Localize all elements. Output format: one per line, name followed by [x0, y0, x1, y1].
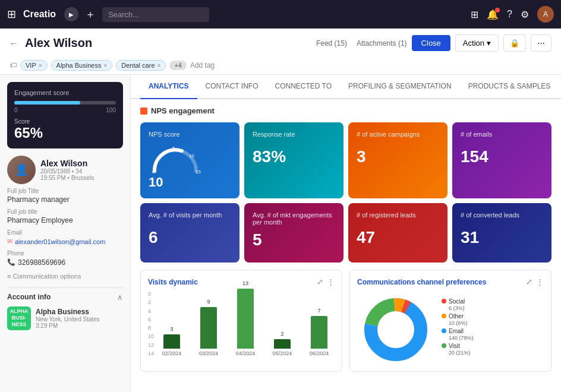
- metric-value: 3: [357, 147, 439, 166]
- engagement-max: 100: [106, 107, 116, 113]
- phone-icon: 📞: [7, 258, 15, 266]
- metric-converted-leads: # of converted leads 31: [452, 203, 551, 263]
- account-time: 3:29 PM: [36, 323, 100, 329]
- legend-item-social: Social: [442, 298, 474, 305]
- user-avatar[interactable]: A: [537, 6, 554, 23]
- metric-value: 154: [461, 147, 543, 166]
- svg-text:15: 15: [196, 169, 201, 175]
- metric-mkt-engagements: Avg. # of mkt engagements per month 5: [244, 203, 343, 263]
- app-logo: Creatio: [23, 9, 56, 20]
- engagement-title: Engagement score: [14, 89, 116, 96]
- section-header: NPS engagement: [140, 106, 551, 115]
- job-title-value: Pharmacy manager: [7, 195, 123, 204]
- topnav: ⊞ Creatio ▶ ＋ ⊞ 🔔 ? ⚙ A: [0, 0, 561, 29]
- visits-chart: Visits dynamic ⤢ ⋮ 14 12 1: [140, 270, 342, 372]
- tag-alpha[interactable]: Alpha Business ×: [51, 60, 113, 71]
- help-icon[interactable]: ?: [507, 9, 512, 20]
- tag-icon: 🏷: [10, 61, 17, 69]
- add-tag-button[interactable]: Add tag: [190, 61, 215, 69]
- tag-dental[interactable]: Dental care ×: [116, 60, 166, 71]
- job-title-field: Full job Title Pharmacy manager: [7, 188, 123, 204]
- comm-options[interactable]: ≡ Communication options: [7, 273, 81, 280]
- back-button[interactable]: ←: [10, 39, 18, 48]
- tag-vip[interactable]: VIP ×: [20, 60, 48, 71]
- page-header: ← Alex Wilson Feed (15) Attachments (1) …: [0, 29, 561, 75]
- grid-icon[interactable]: ⊞: [7, 8, 16, 21]
- score-label: Score: [14, 118, 116, 125]
- svg-text:5: 5: [172, 146, 175, 151]
- profile-avatar: 👤: [7, 156, 36, 184]
- tab-engagement[interactable]: ENGAGEMENT: [559, 75, 561, 99]
- bar-group: 3 02/2024: [156, 334, 187, 356]
- bar-label: 02/2024: [162, 350, 182, 356]
- action-button[interactable]: Action ▾: [455, 34, 499, 52]
- account-toggle[interactable]: ∧: [117, 293, 123, 302]
- metrics-grid: NPS score 0 5 10 15: [140, 122, 551, 263]
- apps-icon[interactable]: ⊞: [471, 9, 478, 20]
- metric-label: Avg. # of visits per month: [149, 211, 231, 219]
- svg-text:0: 0: [152, 169, 155, 175]
- play-button[interactable]: ▶: [64, 7, 78, 21]
- phone-value: 326988569696: [18, 258, 65, 267]
- bar-label: 05/2024: [273, 350, 292, 356]
- job-title2-field: Full job title Pharmacy Employee: [7, 208, 123, 225]
- profile-name: Alex Wilson: [40, 159, 94, 168]
- more-chart-icon[interactable]: ⋮: [536, 277, 544, 286]
- tab-analytics[interactable]: ANALYTICS: [140, 75, 197, 99]
- engagement-bar: [14, 101, 116, 105]
- metric-value: 5: [253, 230, 335, 249]
- tags-row: 🏷 VIP × Alpha Business × Dental care × +…: [10, 56, 551, 74]
- tab-contact-info[interactable]: CONTACT INFO: [197, 75, 267, 99]
- notifications-icon[interactable]: 🔔: [487, 9, 499, 20]
- metric-value: 47: [357, 228, 439, 247]
- donut-chart: Communications channel preferences ⤢ ⋮: [349, 270, 551, 372]
- account-logo: ALPHABUSI-NESS: [7, 306, 31, 330]
- add-button[interactable]: ＋: [83, 7, 97, 21]
- metric-label: # of converted leads: [461, 211, 543, 219]
- comm-options-label: Communication options: [12, 273, 81, 280]
- tag-remove-icon[interactable]: ×: [103, 62, 107, 69]
- metric-active-campaigns: # of active campaigns 3: [348, 122, 447, 198]
- profile-location: 19:55 PM • Brussels: [40, 175, 94, 181]
- metric-label: # of registered leads: [357, 211, 439, 219]
- main-container: ← Alex Wilson Feed (15) Attachments (1) …: [0, 29, 561, 392]
- legend-item-email: Email: [442, 328, 474, 334]
- visits-chart-title: Visits dynamic: [148, 278, 198, 286]
- tab-connected-to[interactable]: CONNECTED TO: [266, 75, 340, 99]
- tag-remove-icon[interactable]: ×: [157, 62, 161, 69]
- metric-value: 83%: [253, 147, 335, 166]
- tab-products[interactable]: PRODUCTS & SAMPLES: [460, 75, 559, 99]
- expand-chart-icon[interactable]: ⤢: [526, 277, 532, 286]
- svg-point-8: [378, 312, 414, 347]
- metric-response-rate: Response rate 83%: [244, 122, 343, 198]
- comm-options-icon: ≡: [7, 273, 11, 280]
- email-icon: ✉: [7, 238, 12, 245]
- donut-legend: Social 6 (3%) Other 10 (6%): [442, 298, 474, 358]
- main-content: ANALYTICS CONTACT INFO CONNECTED TO PROF…: [131, 75, 561, 392]
- feed-link[interactable]: Feed (15): [316, 39, 347, 48]
- metric-registered-leads: # of registered leads 47: [348, 203, 447, 263]
- donut-svg: [357, 291, 434, 364]
- more-chart-icon[interactable]: ⋮: [327, 277, 335, 286]
- tags-more[interactable]: +4: [169, 61, 187, 70]
- content-area: Engagement score 0 100 Score 65% 👤: [0, 75, 561, 392]
- attachments-link[interactable]: Attachments (1): [357, 39, 407, 48]
- section-title: NPS engagement: [151, 106, 215, 115]
- settings-icon[interactable]: ⚙: [521, 9, 529, 20]
- more-button[interactable]: ⋯: [531, 34, 551, 52]
- engagement-min: 0: [14, 107, 18, 113]
- metric-label: NPS score: [149, 131, 231, 138]
- metric-emails: # of emails 154: [452, 122, 551, 198]
- tag-remove-icon[interactable]: ×: [39, 62, 42, 69]
- account-card: ALPHABUSI-NESS Alpha Business New York, …: [7, 306, 123, 330]
- tab-profiling[interactable]: PROFILING & SEGMENTATION: [340, 75, 460, 99]
- close-button[interactable]: Close: [412, 35, 450, 51]
- email-link[interactable]: alexander01wilson@gmail.com: [15, 238, 105, 245]
- nps-gauge: 0 5 10 15: [149, 143, 231, 177]
- search-input[interactable]: [102, 7, 209, 22]
- expand-chart-icon[interactable]: ⤢: [317, 277, 323, 286]
- chevron-down-icon: ▾: [487, 39, 491, 48]
- bar: 13: [237, 289, 254, 349]
- bar-chart: 14 12 10 8 6 4 2 0: [148, 291, 335, 362]
- lock-button[interactable]: 🔒: [503, 34, 526, 52]
